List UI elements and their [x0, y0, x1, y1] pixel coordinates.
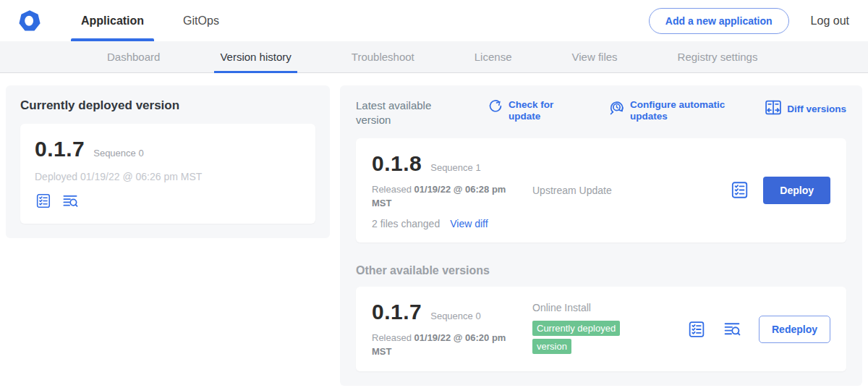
deployed-sequence: Sequence 0 — [93, 148, 143, 159]
subnav-dashboard[interactable]: Dashboard — [101, 41, 166, 72]
other-sequence: Sequence 0 — [430, 311, 480, 321]
latest-source-label: Upstream Update — [532, 185, 659, 196]
tab-application[interactable]: Application — [71, 0, 154, 41]
redeploy-button[interactable]: Redeploy — [759, 316, 830, 343]
other-version-card: 0.1.7 Sequence 0 Released 01/19/22 @ 06:… — [356, 287, 846, 372]
latest-version-number: 0.1.8 — [372, 151, 422, 176]
other-versions-title: Other available versions — [356, 264, 846, 277]
deploy-logs-icon[interactable] — [61, 193, 79, 209]
subnav-troubleshoot[interactable]: Troubleshoot — [346, 41, 420, 72]
subnav-troubleshoot-label: Troubleshoot — [352, 51, 414, 63]
view-diff-link[interactable]: View diff — [450, 218, 488, 229]
available-versions-panel: Latest available version Check for updat… — [340, 85, 862, 386]
check-for-update-label: Check for update — [509, 98, 567, 122]
subnav-dashboard-label: Dashboard — [107, 51, 160, 63]
subnav-view-files[interactable]: View files — [566, 41, 623, 72]
check-for-update-link[interactable]: Check for update — [488, 98, 567, 122]
logout-link[interactable]: Log out — [811, 14, 849, 28]
latest-version-card: 0.1.8 Sequence 1 Released 01/19/22 @ 06:… — [356, 138, 846, 242]
topnav-right: Add a new application Log out — [649, 0, 849, 41]
tab-gitops[interactable]: GitOps — [173, 0, 229, 41]
other-released-timestamp: Released 01/19/22 @ 06:20 pm MST — [372, 332, 516, 359]
deployed-timestamp: Deployed 01/19/22 @ 06:26 pm MST — [35, 171, 301, 182]
preflight-checks-icon[interactable] — [35, 193, 51, 209]
configure-automatic-updates-label: Configure automatic updates — [630, 98, 729, 122]
tab-gitops-label: GitOps — [183, 14, 219, 28]
app-sub-nav: Dashboard Version history Troubleshoot L… — [0, 41, 868, 73]
deployed-version-number: 0.1.7 — [35, 137, 85, 161]
app-logo-icon[interactable] — [17, 8, 43, 34]
add-application-button[interactable]: Add a new application — [649, 8, 789, 34]
top-nav: Application GitOps Add a new application… — [0, 0, 868, 41]
subnav-version-history-label: Version history — [220, 51, 291, 63]
subnav-view-files-label: View files — [571, 51, 617, 63]
subnav-registry-settings-label: Registry settings — [678, 51, 758, 63]
currently-deployed-title: Currently deployed version — [20, 98, 315, 113]
main-content: Currently deployed version 0.1.7 Sequenc… — [0, 73, 868, 386]
subnav-license[interactable]: License — [469, 41, 518, 72]
subnav-version-history[interactable]: Version history — [214, 41, 297, 72]
auto-update-icon — [608, 98, 625, 119]
top-tabs: Application GitOps — [71, 0, 229, 41]
diff-versions-link[interactable]: Diff versions — [764, 98, 846, 119]
preflight-checks-icon[interactable] — [687, 320, 705, 339]
other-source-label: Online Install — [532, 302, 659, 313]
tab-application-label: Application — [81, 14, 144, 28]
latest-available-title: Latest available version — [356, 98, 451, 127]
files-changed-label: 2 files changed — [372, 218, 440, 229]
latest-sequence: Sequence 1 — [430, 162, 480, 173]
subnav-registry-settings[interactable]: Registry settings — [672, 41, 764, 72]
latest-released-timestamp: Released 01/19/22 @ 06:28 pm MST — [372, 183, 516, 211]
deployed-version-card: 0.1.7 Sequence 0 Deployed 01/19/22 @ 06:… — [20, 124, 315, 224]
currently-deployed-badge: Currently deployed version — [532, 321, 620, 354]
other-version-number: 0.1.7 — [372, 300, 422, 324]
currently-deployed-panel: Currently deployed version 0.1.7 Sequenc… — [6, 85, 330, 238]
refresh-icon — [488, 98, 503, 117]
preflight-checks-icon[interactable] — [730, 180, 749, 200]
diff-icon — [764, 98, 782, 119]
deploy-button[interactable]: Deploy — [763, 177, 830, 204]
deploy-logs-icon[interactable] — [723, 320, 741, 338]
diff-versions-label: Diff versions — [787, 103, 846, 115]
configure-automatic-updates-link[interactable]: Configure automatic updates — [608, 98, 729, 122]
subnav-license-label: License — [475, 51, 512, 63]
